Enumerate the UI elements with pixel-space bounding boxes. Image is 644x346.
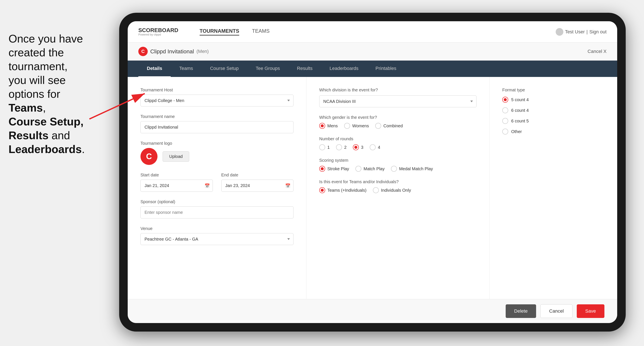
sponsor-input[interactable] (140, 206, 294, 218)
badge-letter: C (141, 49, 145, 54)
end-date-group: End date 📅 (221, 173, 294, 192)
division-select[interactable]: NCAA Division III (319, 95, 476, 107)
dates-group: Start date 📅 End date 📅 (140, 173, 294, 192)
round-1[interactable]: 1 (319, 144, 330, 150)
format-6count4[interactable]: 6 count 4 (502, 107, 604, 113)
cancel-top-button[interactable]: Cancel X (588, 49, 606, 54)
format-5count4-radio[interactable] (502, 97, 508, 103)
start-date-input[interactable] (140, 179, 213, 192)
gender-mens-label: Mens (327, 124, 338, 128)
scoring-stroke-radio[interactable] (319, 166, 325, 172)
start-label: Start date (140, 173, 213, 177)
tab-results[interactable]: Results (288, 61, 321, 77)
period: . (82, 143, 85, 155)
teams-teams[interactable]: Teams (+Individuals) (319, 187, 366, 193)
gender-label: Which gender is the event for? (319, 115, 476, 120)
end-date-input[interactable] (221, 179, 294, 192)
teams-individuals-label: Individuals Only (381, 188, 411, 193)
tab-leaderboards[interactable]: Leaderboards (321, 61, 367, 77)
main-content: Tournament Host Clippd College - Men Tou… (128, 77, 617, 299)
division-group: Which division is the event for? NCAA Di… (319, 88, 476, 107)
scoring-medal[interactable]: Medal Match Play (391, 166, 433, 172)
instruction-line1: Once you have (8, 32, 83, 45)
round-1-radio[interactable] (319, 144, 325, 150)
user-avatar-icon (556, 28, 563, 36)
tab-printables[interactable]: Printables (367, 61, 405, 77)
left-form-column: Tournament Host Clippd College - Men Tou… (128, 77, 306, 299)
gender-mens-radio[interactable] (319, 123, 325, 129)
cancel-button[interactable]: Cancel (540, 304, 572, 318)
host-select[interactable]: Clippd College - Men (140, 95, 294, 107)
instruction-line4: you will see (8, 74, 66, 86)
tab-bar: Details Teams Course Setup Tee Groups Re… (128, 61, 617, 77)
gender-womens[interactable]: Womens (344, 123, 369, 129)
end-calendar-icon: 📅 (285, 183, 290, 188)
tab-teams[interactable]: Teams (171, 61, 202, 77)
footer-bar: Delete Cancel Save (128, 299, 617, 323)
delete-button[interactable]: Delete (506, 304, 536, 318)
round-2[interactable]: 2 (336, 144, 346, 150)
format-5count4[interactable]: 5 count 4 (502, 97, 604, 103)
sign-out-link[interactable]: Sign out (589, 29, 606, 35)
name-label: Tournament name (140, 114, 294, 119)
gender-mens[interactable]: Mens (319, 123, 338, 129)
teams-individuals-radio[interactable] (373, 187, 379, 193)
teams-individuals[interactable]: Individuals Only (373, 187, 411, 193)
format-6count5-radio[interactable] (502, 118, 508, 124)
format-other-radio[interactable] (502, 129, 508, 135)
save-button[interactable]: Save (577, 304, 604, 318)
scoring-medal-radio[interactable] (391, 166, 397, 172)
round-3[interactable]: 3 (353, 144, 363, 150)
rounds-radio-group: 1 2 3 4 (319, 144, 476, 150)
nav-tournaments[interactable]: TOURNAMENTS (200, 28, 239, 35)
rounds-label: Number of rounds (319, 137, 476, 141)
format-6count4-radio[interactable] (502, 107, 508, 113)
start-calendar-icon: 📅 (204, 183, 210, 188)
scoring-stroke-label: Stroke Play (327, 167, 349, 171)
format-other[interactable]: Other (502, 129, 604, 135)
tab-course-setup[interactable]: Course Setup (202, 61, 247, 77)
host-group: Tournament Host Clippd College - Men (140, 88, 294, 107)
scoring-stroke[interactable]: Stroke Play (319, 166, 349, 172)
gender-combined-radio[interactable] (375, 123, 381, 129)
scoring-match-radio[interactable] (356, 166, 361, 172)
gender-womens-radio[interactable] (344, 123, 350, 129)
scoring-label: Scoring system (319, 158, 476, 163)
format-6count5[interactable]: 6 count 5 (502, 118, 604, 124)
round-2-radio[interactable] (336, 144, 342, 150)
venue-select[interactable]: Peachtree GC - Atlanta - GA (140, 233, 294, 245)
date-row: Start date 📅 End date 📅 (140, 173, 294, 192)
tab-tee-groups[interactable]: Tee Groups (247, 61, 288, 77)
division-label: Which division is the event for? (319, 88, 476, 92)
scoring-match[interactable]: Match Play (356, 166, 384, 172)
name-input[interactable] (140, 121, 294, 133)
cancel-label: Cancel (588, 49, 602, 54)
start-input-wrap: 📅 (140, 179, 213, 192)
round-3-radio[interactable] (353, 144, 359, 150)
teams-group: Is this event for Teams and/or Individua… (319, 179, 476, 193)
teams-bold: Teams (8, 102, 43, 114)
logo-area: SCOREBOARD Powered by clippd (138, 27, 178, 36)
upload-button[interactable]: Upload (162, 151, 189, 162)
gender-combined[interactable]: Combined (375, 123, 403, 129)
round-4[interactable]: 4 (370, 144, 380, 150)
coursesetup-bold: Course Setup, (8, 115, 84, 128)
nav-teams[interactable]: TEAMS (252, 28, 270, 35)
round-3-label: 3 (361, 145, 363, 150)
instruction-text: Once you have created the tournament, yo… (0, 25, 102, 163)
logo-upload-area: C Upload (140, 148, 294, 165)
instruction-line2: created the (8, 46, 64, 59)
venue-group: Venue Peachtree GC - Atlanta - GA (140, 226, 294, 245)
tab-details[interactable]: Details (138, 61, 171, 77)
format-6count5-label: 6 count 5 (511, 119, 529, 124)
round-2-label: 2 (344, 145, 346, 150)
format-label: Format type (502, 88, 604, 92)
sponsor-group: Sponsor (optional) (140, 199, 294, 218)
tournament-gender: (Men) (196, 49, 208, 54)
teams-teams-radio[interactable] (319, 187, 325, 193)
top-nav: SCOREBOARD Powered by clippd TOURNAMENTS… (128, 21, 617, 42)
round-4-radio[interactable] (370, 144, 376, 150)
scoring-medal-label: Medal Match Play (399, 167, 433, 171)
tablet-screen: SCOREBOARD Powered by clippd TOURNAMENTS… (128, 21, 617, 323)
tournament-name: Clippd Invitational (150, 48, 194, 55)
